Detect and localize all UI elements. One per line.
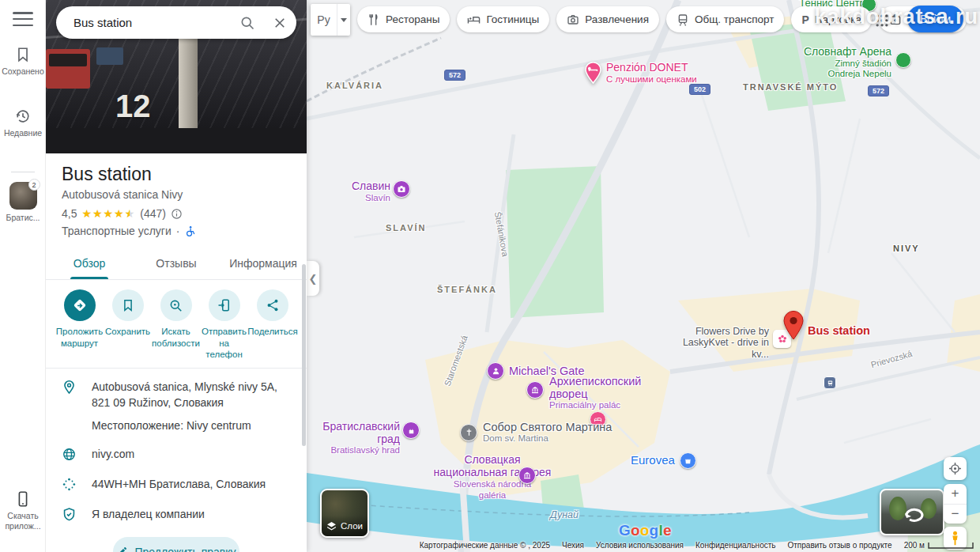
place-panel: 12 Bus station Autobusová stanica Nivy 4… [46,0,307,552]
poi-castle-name: Братиславский град [307,421,400,445]
shortcut-badge: 2 [28,179,40,191]
suggest-edit-label: Предложить правку [134,546,236,552]
my-location-button[interactable] [944,457,967,480]
feedback-link[interactable]: Отправить отзыв о продукте [787,541,891,550]
location-note-text: Местоположение: Nivy centrum [92,419,251,432]
poi-gallery[interactable]: Словацкая национальная галерея Slovenská… [429,454,556,501]
poi-flowers-shop[interactable]: Flowers Drive by LaskyKvet - drive in kv… [666,326,769,360]
poi-flowers-sub: LaskyKvet - drive in kv... [666,337,769,360]
clear-search-button[interactable] [263,6,296,39]
place-subtitle: Autobusová stanica Nivy [62,188,291,201]
search-nearby-icon [168,298,183,313]
shortcut-label: Братис... [2,213,44,223]
castle-marker-icon[interactable] [402,422,420,439]
address-row[interactable]: Autobusová stanica, Mlynské nivy 5A, 821… [46,372,307,418]
poi-castle[interactable]: Братиславский град Bratislavský hrad [307,421,400,456]
recent-label: Недавние [2,128,44,138]
location-note-row[interactable]: Местоположение: Nivy centrum [46,418,307,439]
website-text: nivy.com [92,446,307,462]
poi-bus-station-name[interactable]: Bus station [808,324,870,337]
panel-collapse-button[interactable]: ❮ [307,261,319,296]
directions-icon [72,297,88,313]
chip-attractions[interactable]: Развлечения [556,6,659,32]
area-label-nivy: NIVY [893,244,920,253]
road-badge-572b: 572 [868,85,889,96]
language-switcher[interactable]: Ру [311,4,350,36]
review-count[interactable]: (447) [140,207,166,220]
poi-slavin[interactable]: Славин Slavín [329,180,390,203]
signin-button[interactable]: Войти [907,6,963,32]
send-to-phone-button[interactable]: Отправить на телефон [200,289,248,360]
attribution-data: Картографические данные © , 2025 [420,541,550,550]
poi-slovnaft-arena[interactable]: Словнафт Арена Zimný štadión Ondreja Nep… [785,46,891,79]
info-icon[interactable] [171,208,183,220]
camera-marker-icon[interactable] [393,180,410,198]
map-canvas[interactable]: KALVÁRIA TRNAVSKÉ MÝTO SLAVÍN ŠTEFÁNKA N… [307,0,980,552]
photo-bus [46,49,90,89]
poi-slavin-name: Славин [329,180,390,193]
chevron-down-icon[interactable] [337,18,350,22]
zoom-in-button[interactable]: + [944,484,967,505]
streetview-preview[interactable] [880,489,944,535]
gallery-marker-icon[interactable] [518,467,536,484]
nearby-button[interactable]: Искать поблизости [152,289,200,360]
privacy-link[interactable]: Конфиденциальность [695,541,775,550]
save-button[interactable]: Сохранить [104,289,152,360]
directions-button[interactable]: Проложить маршрут [55,289,104,360]
transit-station-icon[interactable] [824,376,836,389]
transit-icon [677,13,689,26]
google-apps-grid-icon[interactable] [872,10,892,31]
globe-icon [62,447,77,462]
terms-link[interactable]: Условия использования [596,541,684,550]
sidebar-item-get-app[interactable]: Скачать прилож... [0,490,46,531]
panel-scrollbar[interactable] [302,264,306,446]
hotel-icon [467,13,481,26]
chip-parking[interactable]: P Парковка [791,6,872,32]
attribution-region-link[interactable]: Чехия [562,541,584,550]
rotate-arrow-icon [900,505,927,524]
poi-palace-sub: Primaciálny palác [549,400,644,410]
poi-palace-name: Архиепископский дворец [549,375,644,400]
tab-reviews[interactable]: Отзывы [133,248,220,279]
camera-icon [567,13,579,26]
map-scale[interactable]: 200 м [904,541,974,550]
map-pin-icon [62,380,77,395]
place-category[interactable]: Транспортные услуги [62,225,172,237]
chip-parking-label: Парковка [815,13,861,25]
claim-business-row[interactable]: Я владелец компании [46,499,307,529]
layers-label: Слои [341,521,363,531]
sidebar-item-saved[interactable]: Сохранено [0,46,46,77]
tab-overview[interactable]: Обзор [46,248,133,279]
search-button[interactable] [232,6,263,39]
plus-code-row[interactable]: 44WH+MH Братислава, Словакия [46,469,307,499]
arena-marker-icon[interactable] [895,52,911,68]
sidebar-item-recent[interactable]: Недавние [0,108,46,138]
menu-button[interactable] [13,10,33,28]
history-icon [14,108,32,125]
zoom-out-button[interactable]: − [944,505,967,524]
chip-transit[interactable]: Общ. транспорт [666,6,784,32]
phone-icon [14,490,32,508]
layers-button[interactable]: Слои [320,489,369,538]
share-button[interactable]: Поделиться [248,289,297,360]
bus-station-pin-icon[interactable] [782,310,805,340]
sidebar-item-bratislava[interactable]: 2 Братис... [0,182,46,223]
google-logo[interactable]: Google [619,522,672,539]
poi-cathedral-sub: Dom sv. Martina [483,433,612,444]
poi-penzion-donet[interactable]: Penzión DONET С лучшими оценками [585,62,697,85]
language-label[interactable]: Ру [311,4,337,36]
search-icon [239,15,255,31]
scale-bar [928,542,974,549]
chip-restaurants[interactable]: Рестораны [357,6,450,32]
suggest-edit-button[interactable]: Предложить правку [113,537,239,552]
website-row[interactable]: nivy.com [46,439,307,469]
chip-hotels[interactable]: Гостиницы [457,6,549,32]
poi-cathedral[interactable]: Собор Святого Мартина Dom sv. Martina [460,421,612,444]
poi-primacial-palace[interactable]: Архиепископский дворец Primaciálny palác [526,375,644,411]
poi-eurovea[interactable]: Eurovea [631,452,696,469]
search-input[interactable] [72,15,232,30]
parking-icon: P [801,13,808,26]
area-label-kalvaria: KALVÁRIA [326,81,383,90]
tab-about[interactable]: Информация [220,248,307,279]
action-buttons: Проложить маршрут Сохранить Искать побли… [46,280,307,368]
